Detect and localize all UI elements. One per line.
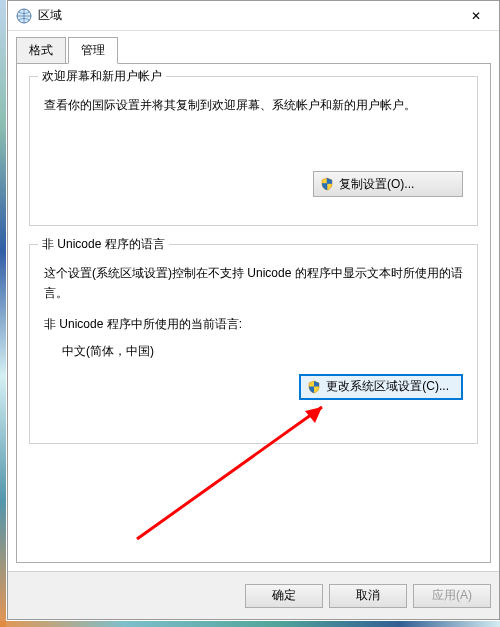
welcome-screen-group: 欢迎屏幕和新用户帐户 查看你的国际设置并将其复制到欢迎屏幕、系统帐户和新的用户帐… [29,76,478,226]
close-icon: ✕ [471,9,481,23]
tab-format-label: 格式 [29,43,53,57]
tab-panel: 欢迎屏幕和新用户帐户 查看你的国际设置并将其复制到欢迎屏幕、系统帐户和新的用户帐… [16,64,491,563]
titlebar: 区域 ✕ [8,1,499,31]
tab-administrative-label: 管理 [81,43,105,57]
tab-administrative[interactable]: 管理 [68,37,118,64]
background-left-strip [0,0,6,627]
cancel-label: 取消 [356,587,380,604]
non-unicode-group-label: 非 Unicode 程序的语言 [38,236,169,253]
shield-icon [307,380,321,394]
shield-icon [320,177,334,191]
apply-label: 应用(A) [432,587,472,604]
change-system-locale-button[interactable]: 更改系统区域设置(C)... [299,374,463,400]
ok-button[interactable]: 确定 [245,584,323,608]
window-title: 区域 [38,7,453,24]
apply-button[interactable]: 应用(A) [413,584,491,608]
non-unicode-desc: 这个设置(系统区域设置)控制在不支持 Unicode 的程序中显示文本时所使用的… [44,263,463,304]
dialog-button-bar: 确定 取消 应用(A) [8,571,499,619]
change-system-locale-label: 更改系统区域设置(C)... [326,378,449,395]
cancel-button[interactable]: 取消 [329,584,407,608]
current-language-value: 中文(简体，中国) [62,343,463,360]
tab-format[interactable]: 格式 [16,37,66,64]
copy-settings-label: 复制设置(O)... [339,176,414,193]
welcome-screen-desc: 查看你的国际设置并将其复制到欢迎屏幕、系统帐户和新的用户帐户。 [44,95,463,115]
close-button[interactable]: ✕ [453,1,499,31]
current-language-label: 非 Unicode 程序中所使用的当前语言: [44,316,463,333]
copy-settings-button[interactable]: 复制设置(O)... [313,171,463,197]
welcome-screen-group-label: 欢迎屏幕和新用户帐户 [38,68,166,85]
background-bottom-strip [0,621,500,627]
globe-icon [16,8,32,24]
non-unicode-group: 非 Unicode 程序的语言 这个设置(系统区域设置)控制在不支持 Unico… [29,244,478,444]
region-dialog: 区域 ✕ 格式 管理 欢迎屏幕和新用户帐户 查看你的国际设置并将其复制到欢迎屏幕… [7,0,500,620]
tabstrip: 格式 管理 [16,37,491,64]
ok-label: 确定 [272,587,296,604]
